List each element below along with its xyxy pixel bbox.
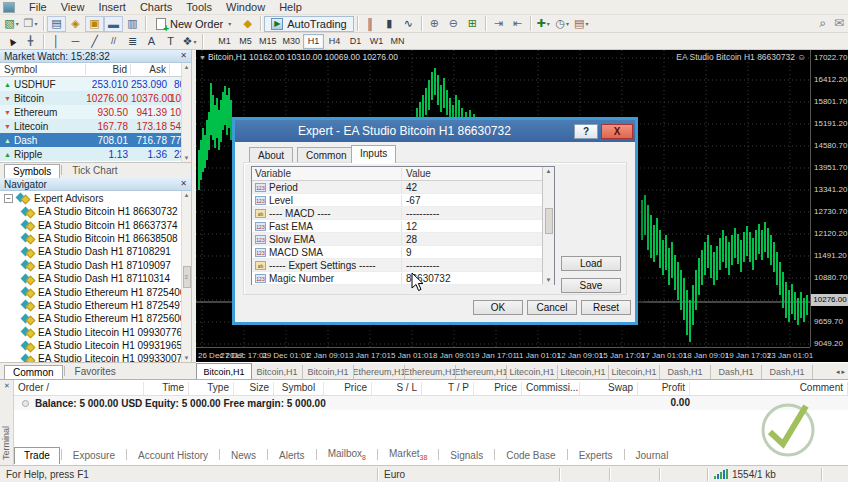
tree-node-ea[interactable]: EA Studio Bitcoin H1 86630732 <box>0 205 181 218</box>
indicators-button[interactable]: ✚▾ <box>534 16 553 32</box>
text-label-button[interactable]: T <box>161 33 180 49</box>
close-icon[interactable]: ✕ <box>4 382 10 390</box>
terminal-column-sl[interactable]: S / L <box>372 382 422 395</box>
input-row-level[interactable]: 123Level-67 <box>252 194 554 207</box>
chart-shift-button[interactable]: ⇥ <box>489 16 508 32</box>
chart-tab-7[interactable]: Litecoin,H1 <box>558 365 609 379</box>
market-watch-row-ripple[interactable]: ▲Ripple1.131.3623 <box>0 147 191 161</box>
ok-button[interactable]: OK <box>473 300 523 315</box>
terminal-column-profit[interactable]: Profit <box>638 382 690 395</box>
value-cell[interactable]: 28 <box>402 234 542 245</box>
tree-node-ea[interactable]: EA Studio Ethereum H1 87254065 <box>0 285 181 298</box>
scroll-up-icon[interactable]: ▲ <box>184 64 190 70</box>
value-cell[interactable]: 9 <box>402 247 542 258</box>
chart-tab-11[interactable]: Dash,H1 <box>762 365 813 379</box>
value-cell[interactable]: 42 <box>402 182 542 193</box>
search-icon[interactable]: ⌕ <box>819 16 826 30</box>
text-tool-button[interactable]: A <box>142 33 161 49</box>
status-profile[interactable]: Euro <box>378 468 560 481</box>
input-row-magic-number[interactable]: 123Magic Number86630732 <box>252 272 554 285</box>
terminal-tab-signals[interactable]: Signals <box>440 447 493 464</box>
input-row-macd[interactable]: ab---- MACD -------------- <box>252 207 554 220</box>
menu-insert[interactable]: Insert <box>91 0 133 14</box>
terminal-column-order[interactable]: Order / <box>14 382 144 395</box>
tree-node-ea[interactable]: EA Studio Litecoin H1 09931965 <box>0 339 181 352</box>
chart-tab-5[interactable]: Ethereum,H1 <box>456 365 507 379</box>
input-row-fast-ema[interactable]: 123Fast EMA12 <box>252 220 554 233</box>
menu-window[interactable]: Window <box>219 0 272 14</box>
navigator-scrollbar[interactable]: ▲ ≡ ▼ <box>181 191 191 362</box>
auto-scroll-button[interactable]: ⇤ <box>508 16 527 32</box>
zoom-out-button[interactable]: ⊖ <box>444 16 463 32</box>
market-watch-row-litecoin[interactable]: ▼Litecoin167.78173.18542 <box>0 119 191 133</box>
candlestick-button[interactable]: ▮ <box>380 16 399 32</box>
terminal-tab-alerts[interactable]: Alerts <box>269 447 315 464</box>
tree-node-ea[interactable]: EA Studio Ethereum H1 87254979 <box>0 299 181 312</box>
menu-help[interactable]: Help <box>272 0 309 14</box>
terminal-column-symbol[interactable]: Symbol <box>274 382 324 395</box>
terminal-tab-code-base[interactable]: Code Base <box>496 447 565 464</box>
timeframe-d1[interactable]: D1 <box>345 34 366 49</box>
input-row-period[interactable]: 123Period42 <box>252 181 554 194</box>
scripts-shelf-button[interactable]: ◆ <box>238 16 257 32</box>
terminal-column-price[interactable]: Price <box>474 382 522 395</box>
terminal-tab-news[interactable]: News <box>221 447 266 464</box>
input-row-slow-ema[interactable]: 123Slow EMA28 <box>252 233 554 246</box>
chart-tab-1[interactable]: Bitcoin,H1 <box>252 365 303 379</box>
terminal-tab-mailbox[interactable]: Mailbox8 <box>318 445 376 464</box>
dialog-close-button[interactable]: X <box>601 124 633 139</box>
scrollbar-thumb[interactable]: ≡ <box>183 266 191 288</box>
value-cell[interactable]: ---------- <box>402 208 542 219</box>
scroll-down-icon[interactable]: ▼ <box>184 355 190 361</box>
scroll-down-icon[interactable]: ▼ <box>184 155 190 161</box>
shapes-button[interactable]: ❖▾ <box>180 33 199 49</box>
reset-button[interactable]: Reset <box>581 300 631 315</box>
chart-tab-0[interactable]: Bitcoin,H1 <box>196 363 252 379</box>
navigator-tab-common[interactable]: Common <box>4 365 63 380</box>
scroll-up-icon[interactable]: ▲ <box>546 168 552 174</box>
terminal-column-tp[interactable]: T / P <box>422 382 474 395</box>
autotrading-button[interactable]: ▶AutoTrading <box>264 16 354 32</box>
tree-node-expert-advisors[interactable]: −Expert Advisors <box>0 191 181 205</box>
market-watch-tab-symbols[interactable]: Symbols <box>4 164 60 179</box>
terminal-tab-market[interactable]: Market38 <box>379 445 437 464</box>
chart-tab-3[interactable]: Ethereum,H1 <box>354 365 405 379</box>
timeframe-h1[interactable]: H1 <box>303 34 324 49</box>
tree-node-ea[interactable]: EA Studio Bitcoin H1 86638508 <box>0 232 181 245</box>
menu-view[interactable]: View <box>54 0 92 14</box>
terminal-column-swap[interactable]: Swap <box>580 382 638 395</box>
dialog-tab-inputs[interactable]: Inputs <box>351 145 396 163</box>
chevron-down-icon[interactable]: ▼ <box>199 54 208 61</box>
chevron-down-icon[interactable]: ▾ <box>547 20 550 27</box>
inputs-scrollbar[interactable]: ▲ ▼ <box>542 167 554 284</box>
market-watch-scrollbar[interactable]: ▲▼ <box>181 63 191 162</box>
chevron-down-icon[interactable]: ▾ <box>566 20 569 27</box>
timeframe-m1[interactable]: M1 <box>214 34 235 49</box>
terminal-column-type[interactable]: Type <box>189 382 234 395</box>
equidistant-channel-button[interactable]: // <box>104 33 123 49</box>
tab-scroll-arrows[interactable]: ◂ ▸ <box>836 368 848 379</box>
data-window-button[interactable]: ◈ <box>66 16 85 32</box>
terminal-tab-trade[interactable]: Trade <box>14 447 60 464</box>
input-row-expert-settings[interactable]: ab----- Expert Settings --------------- <box>252 259 554 272</box>
dialog-tab-about[interactable]: About <box>249 147 293 163</box>
close-icon[interactable]: ✕ <box>180 180 187 188</box>
cancel-button[interactable]: Cancel <box>527 300 577 315</box>
dialog-tab-common[interactable]: Common <box>297 147 356 163</box>
terminal-toggle-button[interactable]: ▬ <box>104 16 123 32</box>
cursor-tool-button[interactable]: ▲ <box>2 33 21 49</box>
navigator-toggle-button[interactable]: ▣ <box>85 16 104 32</box>
templates-button[interactable]: ▤▾ <box>572 16 591 32</box>
chart-tab-10[interactable]: Dash,H1 <box>711 365 762 379</box>
market-watch-row-usdhuf[interactable]: ▲USDHUF253.010253.09080 <box>0 77 191 91</box>
value-cell[interactable]: -67 <box>402 195 542 206</box>
new-chart-button[interactable]: ▧▾ <box>2 16 21 32</box>
menu-file[interactable]: File <box>22 0 54 14</box>
tree-node-ea[interactable]: EA Studio Dash H1 87108291 <box>0 245 181 258</box>
input-row-macd-sma[interactable]: 123MACD SMA9 <box>252 246 554 259</box>
terminal-column-commissi[interactable]: Commissi... <box>522 382 580 395</box>
chevron-down-icon[interactable]: ▾ <box>193 38 196 45</box>
collapse-icon[interactable]: − <box>4 194 13 203</box>
profiles-button[interactable]: ❐▾ <box>21 16 40 32</box>
tree-node-ea[interactable]: EA Studio Ethereum H1 87256005 <box>0 312 181 325</box>
